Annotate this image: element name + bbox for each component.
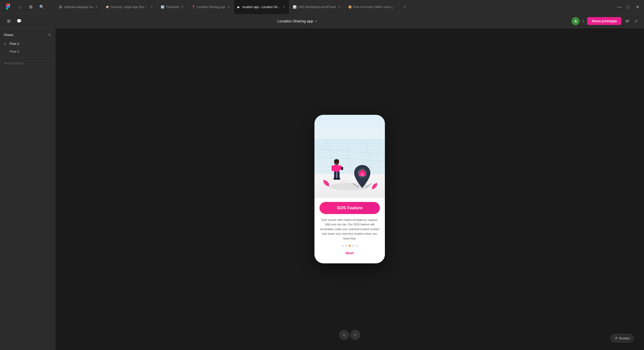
tab-label: LMS Dashboard and BTrack (298, 5, 336, 9)
svg-rect-19 (341, 167, 343, 170)
new-tab-button[interactable]: + (401, 3, 409, 11)
dot-5 (356, 245, 358, 247)
sidebar-close-button[interactable]: ✕ (48, 33, 51, 37)
tab-translator[interactable]: 🔤 Translator ✕ (157, 0, 188, 14)
project-title: Location Sharing app (277, 19, 313, 23)
tab-close-icon[interactable]: ✕ (227, 5, 230, 9)
avatar-chevron-icon[interactable]: ▾ (583, 19, 584, 23)
sidebar-description: No description (0, 60, 55, 67)
sidebar-item-flow2[interactable]: ✓ Flow 2 (0, 40, 55, 48)
svg-rect-1 (8, 4, 10, 6)
svg-rect-20 (334, 171, 337, 179)
svg-rect-16 (334, 165, 339, 172)
tab-material-wallpaper[interactable]: 🖼 material wallpaper ios ✕ (55, 0, 102, 14)
adjust-icon[interactable]: ⇌ (624, 17, 630, 25)
comment-button[interactable]: 💬 (16, 18, 23, 25)
tab-label: location app - Location Sharing e... (243, 5, 280, 9)
flows-title: Flows (4, 33, 13, 37)
expand-icon[interactable]: ⤢ (633, 17, 639, 25)
prev-frame-button[interactable]: ‹ (339, 330, 349, 340)
restart-button[interactable]: ↺ Restart (610, 334, 634, 342)
user-avatar[interactable]: A (572, 17, 580, 25)
browser-tab-bar: ⌂ ⊞ 🔍 🖼 material wallpaper ios ✕ 🥥 Cocon… (0, 0, 644, 14)
home-icon[interactable]: ⌂ (16, 4, 23, 11)
flows-sidebar: Flows ✕ ✓ Flow 2 Flow 3 No description (0, 28, 55, 350)
tab-lms-dashboard[interactable]: 📊 LMS Dashboard and BTrack ✕ (289, 0, 345, 14)
tab-icon-pack[interactable]: 🎨 Free Icon Pack 1800+ icons (Commu... (345, 0, 400, 14)
dot-3-active (349, 245, 351, 247)
tab-label: Free Icon Pack 1800+ icons (Commu... (353, 5, 396, 9)
grid-icon[interactable]: ⊞ (27, 4, 34, 11)
next-button[interactable]: Next (346, 251, 354, 255)
avatar-initial: A (574, 19, 577, 23)
tab-label: Translator (166, 5, 179, 9)
search-icon[interactable]: 🔍 (38, 4, 45, 11)
tabs-container: 🖼 material wallpaper ios ✕ 🥥 Coconut - A… (55, 0, 613, 14)
toolbar-center: Location Sharing app ▾ (277, 19, 317, 23)
restart-label: Restart (619, 336, 630, 340)
svg-rect-0 (6, 4, 8, 6)
title-chevron-icon[interactable]: ▾ (315, 19, 317, 23)
phone-content: SOS Feature Feel source with instant eme… (314, 198, 385, 263)
person-figure-svg (330, 159, 346, 187)
svg-rect-28 (361, 173, 364, 176)
dot-1 (342, 245, 344, 247)
tab-favicon: 🖼 (59, 5, 62, 9)
pin-figure-svg (351, 163, 374, 190)
minimize-icon[interactable]: — (616, 4, 623, 11)
sidebar-header: Flows ✕ (0, 28, 55, 40)
tab-close-icon[interactable]: ✕ (150, 5, 153, 9)
phone-mockup: SOS Feature Feel source with instant eme… (314, 115, 385, 263)
dot-2 (345, 245, 347, 247)
pagination-dots (342, 245, 358, 247)
tab-favicon: 📊 (293, 5, 296, 9)
svg-point-23 (336, 178, 340, 180)
tab-location-sharing-app[interactable]: 📍 Location Sharing app ✕ (188, 0, 234, 14)
maximize-icon[interactable]: □ (625, 4, 632, 11)
sidebar-item-flow3[interactable]: Flow 3 (0, 48, 55, 55)
sidebar-toggle-button[interactable]: ⊞ (5, 18, 12, 25)
tab-favicon: 🎨 (348, 5, 352, 9)
svg-line-25 (340, 179, 346, 183)
flow-check-icon: ✓ (4, 42, 8, 46)
share-prototype-button[interactable]: Share prototype (587, 17, 621, 25)
tab-label: material wallpaper ios (64, 5, 93, 9)
restart-icon: ↺ (615, 336, 618, 340)
window-controls: — □ ✕ (613, 4, 644, 11)
svg-rect-21 (337, 171, 340, 179)
tab-play-icon: ▶ (237, 5, 241, 9)
tab-close-icon[interactable]: ✕ (181, 5, 184, 9)
svg-rect-2 (6, 6, 8, 8)
tab-close-icon[interactable]: ✕ (95, 5, 98, 9)
toolbar-left: ⊞ 💬 (5, 18, 23, 25)
tab-coconut[interactable]: 🥥 Coconut - Apple App Store screens... ✕ (102, 0, 157, 14)
tab-close-icon[interactable]: ✕ (282, 5, 286, 9)
toolbar-right: A ▾ Share prototype ⇌ ⤢ (572, 17, 639, 25)
phone-illustration (314, 115, 385, 198)
sos-feature-button[interactable]: SOS Feature (319, 202, 380, 214)
figma-logo-icon (4, 3, 12, 11)
svg-point-24 (334, 159, 339, 163)
tab-favicon: 🔤 (161, 5, 164, 9)
sos-description: Feel source with instant emergency suppo… (319, 218, 380, 241)
prototype-navigation: ‹ › (339, 330, 360, 340)
window-close-icon[interactable]: ✕ (634, 4, 641, 11)
svg-rect-3 (6, 8, 8, 10)
tab-location-app-active[interactable]: ▶ location app - Location Sharing e... ✕ (234, 0, 289, 14)
tab-close-icon[interactable]: ✕ (337, 5, 341, 9)
tab-favicon: 📍 (192, 5, 195, 9)
svg-rect-4 (8, 6, 10, 8)
flow3-label: Flow 3 (10, 50, 19, 53)
svg-rect-17 (332, 165, 334, 171)
figma-toolbar: ⊞ 💬 Location Sharing app ▾ A ▾ Share pro… (0, 14, 644, 28)
flow2-label: Flow 2 (10, 42, 19, 46)
dot-4 (352, 245, 354, 247)
sidebar-divider (0, 57, 55, 58)
tab-label: Coconut - Apple App Store screens... (110, 5, 148, 9)
tab-label: Location Sharing app (197, 5, 225, 9)
next-frame-button[interactable]: › (350, 330, 360, 340)
prototype-canvas: SOS Feature Feel source with instant eme… (55, 28, 644, 350)
main-layout: Flows ✕ ✓ Flow 2 Flow 3 No description (0, 28, 644, 350)
tab-favicon: 🥥 (105, 5, 109, 9)
browser-controls: ⌂ ⊞ 🔍 (0, 3, 55, 11)
